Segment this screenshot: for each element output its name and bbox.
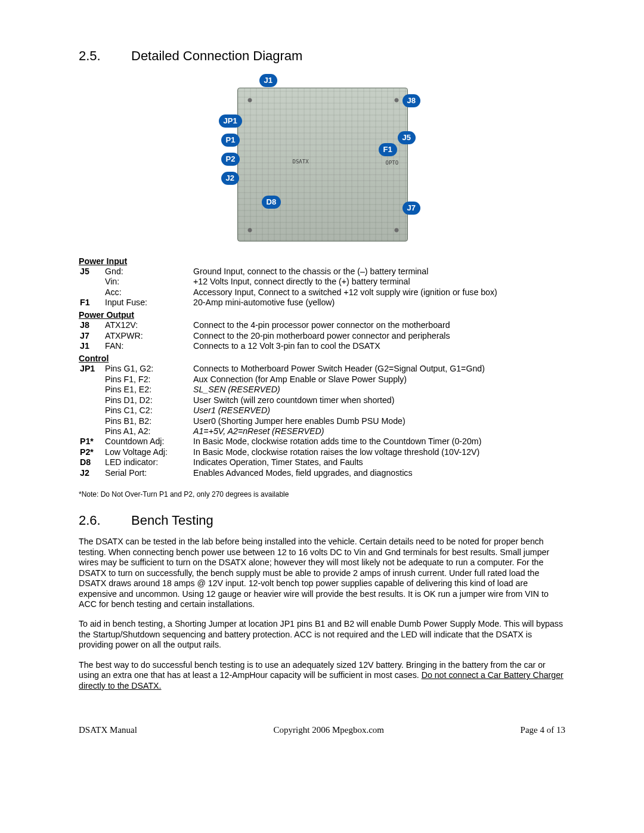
pin-cell: Pins G1, G2: xyxy=(104,364,192,374)
table-row: Acc:Accessory Input, Connect to a switch… xyxy=(79,287,565,298)
table-row: F1Input Fuse:20-Amp mini-automotive fuse… xyxy=(79,298,565,308)
table-row: J2Serial Port:Enables Advanced Modes, fi… xyxy=(79,468,565,478)
footnote: *Note: Do Not Over-Turn P1 and P2, only … xyxy=(79,490,565,499)
section-number: 2.5. xyxy=(79,48,131,64)
ref-cell xyxy=(79,416,104,426)
desc-cell: Connect to the 4-pin processor power con… xyxy=(192,320,565,330)
bench-testing-para-1: The DSATX can be tested in the lab befor… xyxy=(79,537,565,609)
desc-cell: User0 (Shorting Jumper here enables Dumb… xyxy=(192,416,565,426)
pcb-board-illustration: DSATX OPTO xyxy=(237,88,408,241)
desc-cell: In Basic Mode, clockwise rotation raises… xyxy=(192,447,565,457)
pin-cell: Pins A1, A2: xyxy=(104,426,192,436)
callout-j1: J1 xyxy=(260,75,277,86)
callout-p2: P2 xyxy=(222,153,240,165)
ref-cell: J5 xyxy=(79,267,104,277)
pin-cell: Pins E1, E2: xyxy=(104,385,192,395)
table-row: Vin:+12 Volts Input, connect directly to… xyxy=(79,277,565,287)
callout-j2: J2 xyxy=(222,172,239,184)
desc-cell: Ground Input, connect to the chassis or … xyxy=(192,267,565,277)
label-power-input: Power Input xyxy=(79,256,565,267)
desc-cell: In Basic Mode, clockwise rotation adds t… xyxy=(192,436,565,447)
label-power-output: Power Output xyxy=(79,310,565,320)
label-control: Control xyxy=(79,354,565,364)
pin-cell: Countdown Adj: xyxy=(104,436,192,447)
footer-left: DSATX Manual xyxy=(79,724,137,735)
ref-cell: F1 xyxy=(79,298,104,308)
table-row: P1*Countdown Adj:In Basic Mode, clockwis… xyxy=(79,436,565,447)
callout-j7: J7 xyxy=(403,202,420,214)
pin-cell: Pins C1, C2: xyxy=(104,405,192,416)
desc-cell: Connects to a 12 Volt 3-pin fan to cool … xyxy=(192,341,565,351)
pin-cell: ATXPWR: xyxy=(104,331,192,341)
table-row: P2*Low Voltage Adj:In Basic Mode, clockw… xyxy=(79,447,565,457)
table-row: Pins C1, C2:User1 (RESERVED) xyxy=(79,405,565,416)
footer-center: Copyright 2006 Mpegbox.com xyxy=(274,724,384,735)
callout-jp1: JP1 xyxy=(219,115,242,127)
pin-cell: Low Voltage Adj: xyxy=(104,447,192,457)
table-row: Pins E1, E2:SL_SEN (RESERVED) xyxy=(79,385,565,395)
callout-j8: J8 xyxy=(403,95,420,107)
ref-cell: J7 xyxy=(79,331,104,341)
table-row: J5Gnd:Ground Input, connect to the chass… xyxy=(79,267,565,277)
table-row: J7ATXPWR:Connect to the 20-pin motherboa… xyxy=(79,331,565,341)
ref-cell: JP1 xyxy=(79,364,104,374)
bench-testing-para-3: The best way to do successful bench test… xyxy=(79,660,565,691)
ref-cell: J2 xyxy=(79,468,104,478)
ref-cell xyxy=(79,395,104,405)
table-row: Pins A1, A2:A1=+5V, A2=nReset (RESERVED) xyxy=(79,426,565,436)
footer-page: Page 4 of 13 xyxy=(521,724,565,735)
ref-cell: J8 xyxy=(79,320,104,330)
table-row: J8ATX12V:Connect to the 4-pin processor … xyxy=(79,320,565,330)
ref-cell xyxy=(79,426,104,436)
pin-cell: Pins B1, B2: xyxy=(104,416,192,426)
pin-cell: Input Fuse: xyxy=(104,298,192,308)
pin-cell: Acc: xyxy=(104,287,192,298)
pin-cell: Vin: xyxy=(104,277,192,287)
pin-cell: LED indicator: xyxy=(104,457,192,467)
section-title-text: Bench Testing xyxy=(131,512,213,528)
power-input-table: J5Gnd:Ground Input, connect to the chass… xyxy=(79,267,565,308)
callout-p1: P1 xyxy=(222,134,240,146)
ref-cell: P1* xyxy=(79,436,104,447)
ref-cell xyxy=(79,374,104,385)
ref-cell: P2* xyxy=(79,447,104,457)
connection-diagram: DSATX OPTO J1 J8 JP1 J5 P1 F1 P2 J2 D8 J… xyxy=(79,72,565,251)
power-output-table: J8ATX12V:Connect to the 4-pin processor … xyxy=(79,320,565,351)
callout-d8: D8 xyxy=(262,196,281,208)
desc-cell: +12 Volts Input, connect directly to the… xyxy=(192,277,565,287)
table-row: Pins B1, B2:User0 (Shorting Jumper here … xyxy=(79,416,565,426)
pin-cell: Pins D1, D2: xyxy=(104,395,192,405)
ref-cell xyxy=(79,277,104,287)
section-title-text: Detailed Connection Diagram xyxy=(131,48,302,64)
board-label-dsatx: DSATX xyxy=(293,159,309,165)
callout-j5: J5 xyxy=(398,132,415,144)
bench-testing-para-2: To aid in bench testing, a Shorting Jump… xyxy=(79,619,565,650)
desc-cell: Indicates Operation, Timer States, and F… xyxy=(192,457,565,467)
desc-cell: SL_SEN (RESERVED) xyxy=(192,385,565,395)
desc-cell: A1=+5V, A2=nReset (RESERVED) xyxy=(192,426,565,436)
ref-cell xyxy=(79,405,104,416)
desc-cell: User1 (RESERVED) xyxy=(192,405,565,416)
pin-cell: Serial Port: xyxy=(104,468,192,478)
page-footer: DSATX Manual Copyright 2006 Mpegbox.com … xyxy=(79,724,565,735)
ref-cell xyxy=(79,385,104,395)
section-heading-26: 2.6. Bench Testing xyxy=(79,512,565,528)
section-heading-25: 2.5. Detailed Connection Diagram xyxy=(79,48,565,64)
ref-cell: J1 xyxy=(79,341,104,351)
section-number: 2.6. xyxy=(79,512,131,528)
pin-cell: ATX12V: xyxy=(104,320,192,330)
table-row: D8LED indicator:Indicates Operation, Tim… xyxy=(79,457,565,467)
table-row: J1FAN:Connects to a 12 Volt 3-pin fan to… xyxy=(79,341,565,351)
table-row: JP1Pins G1, G2:Connects to Motherboard P… xyxy=(79,364,565,374)
desc-cell: User Switch (will zero countdown timer w… xyxy=(192,395,565,405)
pin-cell: FAN: xyxy=(104,341,192,351)
control-table: JP1Pins G1, G2:Connects to Motherboard P… xyxy=(79,364,565,478)
pin-cell: Gnd: xyxy=(104,267,192,277)
table-row: Pins D1, D2:User Switch (will zero count… xyxy=(79,395,565,405)
ref-cell: D8 xyxy=(79,457,104,467)
ref-cell xyxy=(79,287,104,298)
table-row: Pins F1, F2:Aux Connection (for Amp Enab… xyxy=(79,374,565,385)
desc-cell: 20-Amp mini-automotive fuse (yellow) xyxy=(192,298,565,308)
desc-cell: Connect to the 20-pin motherboard power … xyxy=(192,331,565,341)
board-label-opto: OPTO xyxy=(386,160,399,166)
